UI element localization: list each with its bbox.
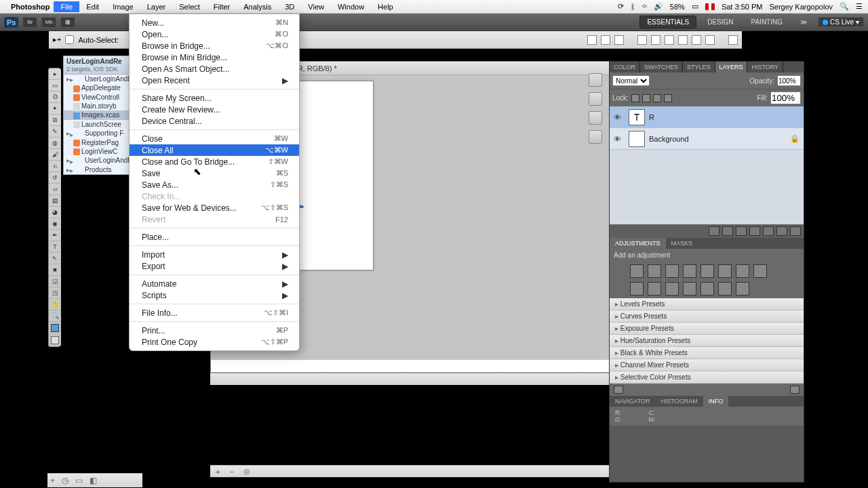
tab-swatches[interactable]: SWATCHES <box>640 62 683 73</box>
gradient-map-icon[interactable] <box>718 282 732 296</box>
tab-adjustments[interactable]: ADJUSTMENTS <box>610 238 666 249</box>
menu-analysis[interactable]: Analysis <box>237 1 278 12</box>
bluetooth-icon[interactable]: ᛒ <box>631 3 635 11</box>
menu-item-create-new-review-[interactable]: Create New Review... <box>130 104 299 115</box>
layer-style-icon[interactable] <box>722 226 733 236</box>
crop-tool[interactable]: ⧉ <box>49 115 61 126</box>
recent-icon[interactable]: ◷ <box>62 476 68 485</box>
menu-item-save-for-web-devices-[interactable]: Save for Web & Devices...⌥⇧⌘S <box>130 202 299 214</box>
hand-tool[interactable]: ✋ <box>49 299 61 310</box>
tab-info[interactable]: INFO <box>703 396 729 407</box>
trash-icon[interactable] <box>790 226 801 236</box>
selective-color-icon[interactable] <box>736 282 749 296</box>
scm-icon[interactable]: ▭ <box>75 476 83 485</box>
menu-item-new-[interactable]: New...⌘N <box>130 17 299 28</box>
pen-tool[interactable]: ✒ <box>49 230 61 241</box>
view-extras-button[interactable]: ▦ <box>60 17 75 28</box>
invert-icon[interactable] <box>665 282 679 296</box>
distribute-icon[interactable] <box>665 35 674 45</box>
path-tool[interactable]: ↖ <box>49 253 61 264</box>
tab-styles[interactable]: STYLES <box>683 62 715 73</box>
cslive-button[interactable]: CS Live ▾ <box>818 17 864 27</box>
menu-view[interactable]: View <box>301 1 331 12</box>
dock-panel-icon[interactable] <box>589 73 602 87</box>
workspace-more[interactable]: ≫ <box>793 16 814 28</box>
menu-item-automate[interactable]: Automate▶ <box>130 278 299 289</box>
tab-masks[interactable]: MASKS <box>666 238 698 249</box>
menu-window[interactable]: Window <box>331 1 371 12</box>
preset-icon[interactable] <box>614 386 623 394</box>
flag-icon[interactable] <box>705 3 715 10</box>
threshold-icon[interactable] <box>701 282 714 296</box>
tab-color[interactable]: COLOR <box>610 62 640 73</box>
new-layer-icon[interactable] <box>776 226 787 236</box>
app-name[interactable]: Photoshop <box>11 3 50 11</box>
menu-item-open-recent[interactable]: Open Recent▶ <box>130 75 299 86</box>
add-icon[interactable]: + <box>50 476 55 485</box>
gradient-tool[interactable]: ▤ <box>49 195 61 207</box>
menu-3d[interactable]: 3D <box>278 1 301 12</box>
menu-item-save-as-[interactable]: Save As...⇧⌘S <box>130 179 299 190</box>
distribute-icon[interactable] <box>637 35 647 45</box>
clock[interactable]: Sat 3:50 PM <box>722 3 763 11</box>
3d-camera-tool[interactable]: ◳ <box>49 287 61 299</box>
posterize-icon[interactable] <box>683 282 696 296</box>
lasso-tool[interactable]: ʘ <box>49 92 61 103</box>
preset-row[interactable]: Black & White Presets <box>610 347 804 359</box>
distribute-icon[interactable] <box>692 35 701 45</box>
dock-panel-icon[interactable] <box>589 92 602 106</box>
workspace-design[interactable]: DESIGN <box>701 16 740 28</box>
menu-item-share-my-screen-[interactable]: Share My Screen... <box>130 92 299 104</box>
menu-item-open-as-smart-object-[interactable]: Open As Smart Object... <box>130 63 299 75</box>
battery-icon[interactable]: ▭ <box>692 2 698 11</box>
marquee-tool[interactable]: ▭ <box>49 80 61 92</box>
volume-icon[interactable]: 🔊 <box>654 2 663 11</box>
menu-extras-icon[interactable]: ☰ <box>856 2 863 11</box>
align-icon[interactable] <box>614 35 624 45</box>
workspace-painting[interactable]: PAINTING <box>745 16 789 28</box>
spotlight-icon[interactable]: 🔍 <box>840 2 849 11</box>
menu-item-close-and-go-to-bridge-[interactable]: Close and Go To Bridge...⇧⌘W <box>130 156 299 167</box>
menu-layer[interactable]: Layer <box>140 1 173 12</box>
align-icon[interactable] <box>587 35 597 45</box>
blend-mode-select[interactable]: Normal <box>612 75 650 86</box>
tab-navigator[interactable]: NAVIGATOR <box>610 396 656 407</box>
menu-item-export[interactable]: Export▶ <box>130 260 299 272</box>
exposure-icon[interactable] <box>683 264 696 278</box>
menu-item-device-central-[interactable]: Device Central... <box>130 115 299 127</box>
quickmask-button[interactable] <box>51 336 59 344</box>
opacity-input[interactable] <box>777 75 801 86</box>
menu-item-print-[interactable]: Print...⌘P <box>130 325 299 336</box>
levels-icon[interactable] <box>648 264 661 278</box>
preset-row[interactable]: Hue/Saturation Presets <box>610 335 804 347</box>
menu-item-close-all[interactable]: Close All⌥⌘W <box>130 144 299 156</box>
menu-item-save[interactable]: Save⌘S <box>130 167 299 179</box>
group-icon[interactable] <box>763 226 774 236</box>
menu-image[interactable]: Image <box>106 1 140 12</box>
brush-tool[interactable]: 🖌 <box>49 149 61 161</box>
lock-pixels-icon[interactable] <box>642 94 650 102</box>
menu-item-browse-in-mini-bridge-[interactable]: Browse in Mini Bridge... <box>130 52 299 63</box>
visibility-icon[interactable]: 👁 <box>610 113 625 121</box>
lock-all-icon[interactable] <box>664 94 672 102</box>
distribute-icon[interactable] <box>678 35 688 45</box>
tab-history[interactable]: HISTORY <box>747 62 783 73</box>
bridge-button[interactable]: Br <box>22 17 37 28</box>
wand-tool[interactable]: ✦ <box>49 103 61 115</box>
type-tool[interactable]: T <box>49 241 61 253</box>
trash-icon[interactable] <box>790 386 800 394</box>
menu-item-print-one-copy[interactable]: Print One Copy⌥⇧⌘P <box>130 336 299 348</box>
menu-item-import[interactable]: Import▶ <box>130 249 299 260</box>
zoom-out-icon[interactable]: − <box>229 468 233 476</box>
channel-mixer-icon[interactable] <box>648 282 661 296</box>
fill-input[interactable] <box>770 92 801 104</box>
preset-row[interactable]: Curves Presets <box>610 310 804 323</box>
menu-item-open-[interactable]: Open...⌘O <box>130 28 299 40</box>
zoom-fit-icon[interactable]: ◎ <box>243 467 250 476</box>
menu-select[interactable]: Select <box>172 1 207 12</box>
layer-mask-icon[interactable] <box>736 226 747 236</box>
adjustment-layer-icon[interactable] <box>749 226 760 236</box>
shape-tool[interactable]: ■ <box>49 264 61 276</box>
layer-row[interactable]: 👁Background🔒 <box>610 128 804 150</box>
wifi-icon[interactable]: ⌔ <box>642 3 647 11</box>
